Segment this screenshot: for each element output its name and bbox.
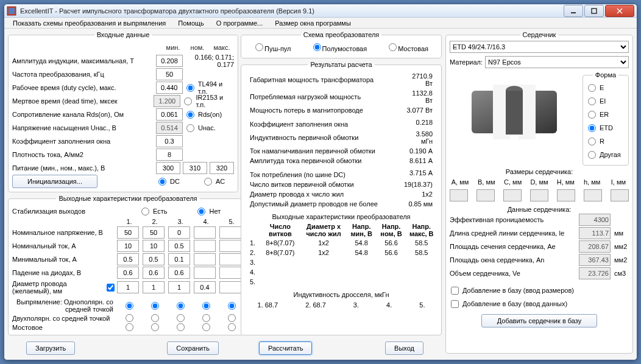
result-value: 2710.9 Вт xyxy=(400,72,436,88)
wire-3[interactable] xyxy=(168,281,190,293)
out-head: Число витков xyxy=(260,223,300,237)
imin-3[interactable] xyxy=(168,253,190,265)
result-value: 0.218 xyxy=(400,116,436,128)
wire-4[interactable] xyxy=(194,281,216,293)
rect1-5[interactable] xyxy=(228,302,236,310)
radio-ir2153[interactable] xyxy=(184,97,192,105)
label-vnom: Номинальное напряжение, В xyxy=(12,229,116,236)
col4: 4. xyxy=(194,218,218,225)
vnom-3[interactable] xyxy=(168,226,190,239)
rect2-2[interactable] xyxy=(151,314,159,322)
shape-radio-E[interactable] xyxy=(588,84,596,92)
radio-stab-no[interactable] xyxy=(197,208,205,215)
radio-full[interactable] xyxy=(389,43,397,51)
vdrop-3[interactable] xyxy=(168,267,190,279)
maximize-button[interactable] xyxy=(584,5,604,17)
vdrop-5[interactable] xyxy=(219,267,241,279)
vnom-5[interactable] xyxy=(219,226,241,239)
rect2-4[interactable] xyxy=(202,314,210,322)
duty-input[interactable] xyxy=(156,82,183,94)
rect3: Мостовое xyxy=(12,324,45,331)
menu-help[interactable]: Помощь xyxy=(173,18,209,28)
chk1-label: Добавление в базу (ввод размеров) xyxy=(462,287,574,294)
wire-5[interactable] xyxy=(219,281,241,293)
col2: 2. xyxy=(143,218,167,225)
menu-about[interactable]: О программе... xyxy=(211,18,267,28)
ampl-input[interactable] xyxy=(156,55,183,67)
radio-tl494[interactable] xyxy=(186,84,194,92)
radio-stab-yes[interactable] xyxy=(141,208,149,215)
shape-radio-EI[interactable] xyxy=(588,97,596,105)
menu-winsize[interactable]: Размер окна программы xyxy=(270,18,356,28)
vnom-2[interactable] xyxy=(143,226,165,239)
rect3-5[interactable] xyxy=(228,323,236,331)
core-type-select[interactable]: ETD 49/24.7/16.3 xyxy=(450,41,629,53)
rect3-3[interactable] xyxy=(177,323,185,331)
shape-radio-R[interactable] xyxy=(588,138,596,145)
vdrop-1[interactable] xyxy=(117,267,139,279)
exit-button[interactable]: Выход xyxy=(385,341,423,355)
chk-add-data[interactable] xyxy=(451,300,459,308)
radio-push[interactable] xyxy=(255,43,263,51)
choke-value: 4. xyxy=(386,301,392,309)
radio-usat[interactable] xyxy=(186,124,194,132)
vnom-1[interactable] xyxy=(117,226,139,239)
inom-5[interactable] xyxy=(219,240,241,252)
wire-1[interactable] xyxy=(117,281,139,293)
radio-ac[interactable] xyxy=(204,178,212,186)
rds-input[interactable] xyxy=(156,108,183,121)
inom-3[interactable] xyxy=(168,240,190,252)
radio-half[interactable] xyxy=(313,43,321,51)
calc-button[interactable]: Рассчитать xyxy=(259,341,312,355)
inom-2[interactable] xyxy=(143,240,165,252)
menu-schemes[interactable]: Показать схемы преобразования и выпрямле… xyxy=(8,18,171,28)
minimize-button[interactable] xyxy=(564,5,583,17)
chk-add-dims[interactable] xyxy=(451,287,459,295)
close-button[interactable] xyxy=(605,5,634,17)
imin-2[interactable] xyxy=(143,253,165,265)
shape-radio-ETD[interactable] xyxy=(588,124,596,132)
freq-input[interactable] xyxy=(156,68,183,80)
vdrop-4[interactable] xyxy=(194,267,216,279)
imin-1[interactable] xyxy=(117,253,139,265)
inom-1[interactable] xyxy=(117,240,139,252)
label-freq: Частота преобразования, кГц xyxy=(12,71,154,78)
rect2-1[interactable] xyxy=(126,314,133,322)
imin-4[interactable] xyxy=(194,253,216,265)
dims-title: Размеры сердечника: xyxy=(450,168,629,175)
rect3-4[interactable] xyxy=(202,323,210,331)
wire-2[interactable] xyxy=(143,281,165,293)
kfill-input[interactable] xyxy=(156,135,183,147)
rect1-1[interactable] xyxy=(126,302,133,310)
stab-no: Нет xyxy=(209,208,221,215)
rect1-4[interactable] xyxy=(202,302,210,310)
choke-value: 3. xyxy=(353,301,359,309)
rect2-5[interactable] xyxy=(228,314,236,322)
save-button[interactable]: Сохранить xyxy=(167,341,219,355)
imin-5[interactable] xyxy=(219,253,241,265)
init-button[interactable]: Инициализация... xyxy=(12,175,97,188)
rect3-2[interactable] xyxy=(151,323,159,331)
supply-max[interactable] xyxy=(210,162,234,174)
result-value: 19(18.37) xyxy=(400,180,436,189)
coredata-title: Данные сердечника: xyxy=(450,206,629,213)
add-core-button[interactable]: Добавить сердечник в базу xyxy=(481,314,597,327)
core-material-select[interactable]: N97 Epcos xyxy=(485,56,629,68)
wire-checkbox[interactable] xyxy=(107,284,115,292)
supply-min[interactable] xyxy=(156,162,180,174)
rect3-1[interactable] xyxy=(126,323,133,331)
vnom-4[interactable] xyxy=(194,226,216,239)
shape-radio-Другая[interactable] xyxy=(588,151,596,159)
radio-dc[interactable] xyxy=(158,178,166,186)
shape-label: ETD xyxy=(600,124,613,131)
load-button[interactable]: Загрузить xyxy=(26,341,75,355)
jdens-input[interactable] xyxy=(156,149,183,161)
rect2-3[interactable] xyxy=(177,314,185,322)
shape-radio-ER[interactable] xyxy=(588,111,596,119)
supply-nom[interactable] xyxy=(183,162,207,174)
inom-4[interactable] xyxy=(194,240,216,252)
rect1-2[interactable] xyxy=(151,302,159,310)
radio-rdson[interactable] xyxy=(186,111,194,119)
vdrop-2[interactable] xyxy=(143,267,165,279)
rect1-3[interactable] xyxy=(177,302,185,310)
